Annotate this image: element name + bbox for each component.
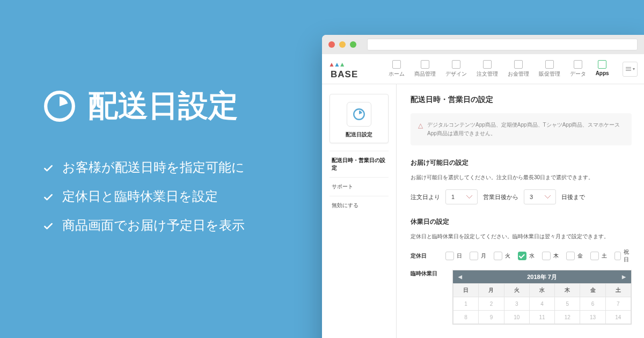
nav-item-icon [514, 60, 523, 69]
warning-icon: △ [418, 121, 423, 138]
weekday-label: 日 [457, 252, 462, 260]
maximize-icon[interactable] [350, 41, 356, 48]
nav-item-ホーム[interactable]: ホーム [389, 60, 405, 78]
section-description-holiday: 定休日と臨時休業日を設定してください。臨時休業日は翌々月まで設定できます。 [411, 232, 632, 241]
sidebar: 配送日設定 配送日時・営業日の設定サポート無効にする [322, 84, 397, 338]
nav-item-icon [545, 60, 554, 69]
weekday-checkbox[interactable]: 祝日 [614, 248, 632, 263]
sidebar-link[interactable]: 配送日時・営業日の設定 [330, 151, 389, 177]
calendar-header: ◀ 2018年 7月 ▶ [453, 270, 631, 283]
weekday-label: 月 [481, 252, 486, 260]
checkbox-icon [470, 252, 478, 260]
nav-item-商品管理[interactable]: 商品管理 [414, 60, 436, 78]
checkbox-icon [445, 252, 454, 260]
checkbox-icon [590, 252, 599, 260]
calendar-day[interactable]: 1 [453, 297, 479, 311]
weekday-checkbox[interactable]: 木 [542, 248, 559, 263]
calendar-day[interactable]: 11 [529, 311, 554, 324]
marketing-feature-text: 定休日と臨時休業日を設定 [62, 188, 218, 205]
weekday-label: 火 [505, 252, 510, 260]
weekday-checkbox[interactable]: 火 [494, 248, 510, 263]
weekday-label: 土 [602, 252, 607, 260]
calendar-next-icon[interactable]: ▶ [622, 274, 626, 280]
nav-item-デザイン[interactable]: デザイン [445, 60, 467, 78]
marketing-feature-list: お客様が配送日時を指定可能に 定休日と臨時休業日を設定 商品画面でお届け予定日を… [43, 159, 290, 234]
calendar-day[interactable]: 2 [479, 297, 504, 311]
menu-button[interactable]: ▾ [623, 62, 638, 77]
weekday-label: 金 [577, 252, 583, 260]
to-days-select[interactable]: 3 [524, 189, 556, 204]
calendar-day[interactable]: 14 [605, 311, 631, 324]
nav-item-データ[interactable]: データ [570, 60, 586, 78]
calendar-day[interactable]: 8 [453, 311, 479, 324]
calendar-weekday: 金 [580, 284, 605, 297]
marketing-feature: お客様が配送日時を指定可能に [43, 159, 290, 176]
sidebar-app-title: 配送日設定 [330, 131, 388, 138]
minimize-icon[interactable] [339, 41, 346, 48]
checkbox-icon [566, 252, 575, 260]
calendar-weekday: 水 [529, 284, 554, 297]
chevron-down-icon: ▾ [633, 67, 635, 71]
sidebar-link[interactable]: 無効にする [330, 196, 389, 215]
days-suffix: 日後まで [561, 193, 585, 201]
nav-item-icon [483, 60, 492, 69]
calendar-prev-icon[interactable]: ◀ [458, 274, 462, 280]
marketing-feature-text: お客様が配送日時を指定可能に [62, 159, 245, 176]
calendar-day[interactable]: 10 [504, 311, 529, 324]
nav-item-販促管理[interactable]: 販促管理 [539, 60, 560, 78]
regular-holiday-label: 定休日 [411, 252, 442, 260]
nav-item-お金管理[interactable]: お金管理 [508, 60, 529, 78]
close-icon[interactable] [328, 41, 335, 48]
calendar-day[interactable]: 5 [555, 297, 580, 311]
calendar-weekday: 土 [605, 284, 631, 297]
from-days-select[interactable]: 1 [445, 189, 478, 204]
marketing-feature: 定休日と臨時休業日を設定 [43, 188, 290, 205]
calendar-weekday: 木 [555, 284, 580, 297]
weekday-label: 水 [529, 252, 535, 260]
nav-item-注文管理[interactable]: 注文管理 [477, 60, 498, 78]
calendar-day[interactable]: 12 [555, 311, 580, 324]
calendar-day[interactable]: 9 [479, 311, 504, 324]
calendar-weekday: 火 [504, 284, 529, 297]
weekday-checkbox[interactable]: 日 [445, 248, 462, 263]
to-label: 営業日後から [483, 193, 518, 201]
checkbox-icon [614, 252, 621, 260]
marketing-feature-text: 商品画面でお届け予定日を表示 [62, 217, 245, 234]
calendar-day[interactable]: 7 [605, 297, 631, 311]
nav-item-label: お金管理 [508, 70, 529, 78]
weekday-label: 祝日 [624, 248, 632, 263]
sidebar-link[interactable]: サポート [330, 177, 389, 196]
weekday-checkbox[interactable]: 金 [566, 248, 583, 263]
browser-window: ▲▲▲ BASE ホーム商品管理デザイン注文管理お金管理販促管理データApps … [322, 35, 644, 338]
checkbox-icon [542, 252, 551, 260]
calendar-day[interactable]: 6 [580, 297, 605, 311]
checkbox-icon [494, 252, 502, 260]
temp-holiday-label: 臨時休業日 [411, 270, 443, 325]
weekday-checkbox[interactable]: 水 [518, 248, 535, 263]
nav-item-Apps[interactable]: Apps [596, 60, 609, 78]
nav-item-label: データ [570, 70, 586, 78]
weekday-checkbox[interactable]: 月 [470, 248, 486, 263]
nav-item-icon [598, 60, 606, 69]
top-nav: ▲▲▲ BASE ホーム商品管理デザイン注文管理お金管理販促管理データApps … [322, 54, 644, 84]
calendar-title: 2018年 7月 [527, 273, 557, 281]
marketing-title: 配送日設定 [43, 86, 290, 127]
brand-name: BASE [331, 69, 358, 79]
delivery-range-row: 注文日より 1 営業日後から 3 日後まで [411, 189, 632, 204]
nav-item-icon [392, 60, 401, 69]
weekday-label: 木 [553, 252, 559, 260]
regular-holiday-row: 定休日 日月火水木金土祝日 [411, 248, 632, 263]
checkmark-icon [43, 191, 54, 202]
brand-logo[interactable]: ▲▲▲ BASE [328, 58, 377, 80]
calendar-day[interactable]: 3 [504, 297, 529, 311]
url-bar[interactable] [367, 39, 638, 50]
from-label: 注文日より [411, 193, 440, 201]
checkbox-icon [518, 252, 526, 260]
section-heading-delivery: お届け可能日の設定 [411, 158, 632, 167]
weekday-checkbox[interactable]: 土 [590, 248, 607, 263]
calendar-day[interactable]: 4 [529, 297, 554, 311]
calendar-day[interactable]: 13 [580, 311, 605, 324]
nav-item-label: 販促管理 [539, 70, 560, 78]
calendar-weekday: 日 [453, 284, 479, 297]
section-heading-holiday: 休業日の設定 [411, 217, 632, 226]
